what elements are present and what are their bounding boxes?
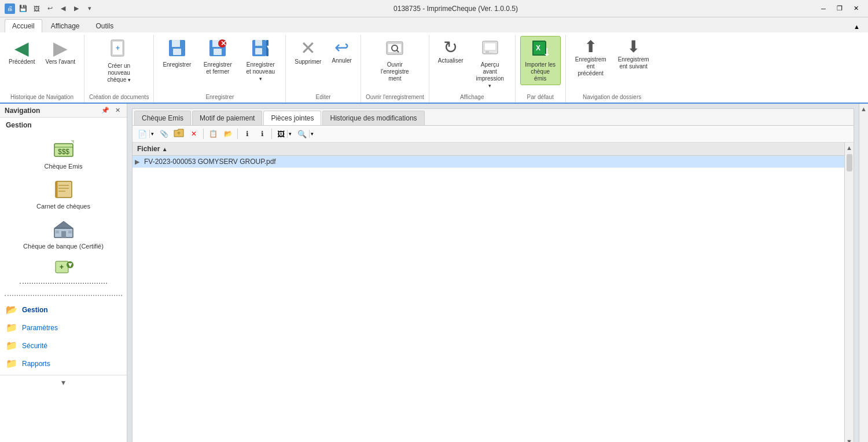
ribbon-collapse-button[interactable]: ▲ <box>850 21 863 32</box>
sidebar: Navigation 📌 ✕ Gestion $$$ Chèque Emis <box>0 104 127 442</box>
btn-enr-suivant[interactable]: ⬇ Enregistrement suivant <box>613 36 654 73</box>
btn-creer[interactable]: + Créer un nouveau chèque ▾ <box>96 36 142 86</box>
qat-more[interactable]: ▾ <box>84 3 95 14</box>
sidebar-item-cheque-emis[interactable]: $$$ Chèque Emis <box>2 136 124 174</box>
svg-text:✕: ✕ <box>220 39 226 48</box>
scrollbar-right: ▲ ▼ <box>844 143 854 442</box>
sidebar-controls: 📌 ✕ <box>100 106 122 115</box>
sidebar-header: Navigation 📌 ✕ <box>0 104 127 118</box>
tab-accueil[interactable]: Accueil <box>5 19 42 32</box>
tab-outils[interactable]: Outils <box>89 19 122 32</box>
sidebar-folder-gestion[interactable]: 📂 Gestion <box>0 301 127 319</box>
verslavant-label: Vers l'avant <box>46 59 75 65</box>
sidebar-item-carnet[interactable]: Carnet de chèques <box>2 176 124 214</box>
sort-icon[interactable]: ▲ <box>162 146 168 152</box>
btn-actualiser[interactable]: ↻ Actualiser <box>434 36 468 67</box>
sidebar-item-add[interactable]: + ▾ <box>2 256 124 288</box>
sidebar-close-button[interactable]: ✕ <box>113 106 122 115</box>
creer-icon: + <box>109 39 130 61</box>
sidebar-folder-parametres[interactable]: 📁 Paramètres <box>0 319 127 337</box>
search-arrow-icon: ▾ <box>309 130 315 138</box>
importer-icon: X <box>531 39 550 60</box>
preview-icon: 🖼 <box>275 129 287 140</box>
toolbar-new-doc-button[interactable]: 📄 ▾ <box>135 128 156 140</box>
tab-cheque-emis[interactable]: Chèque Emis <box>134 111 191 125</box>
tab-historique[interactable]: Historique des modifications <box>322 111 424 125</box>
toolbar-info2-button[interactable]: ℹ <box>255 127 269 140</box>
qat-back[interactable]: ◀ <box>57 3 69 14</box>
btn-enr-precedent[interactable]: ⬆ Enregistrement précédent <box>571 36 611 80</box>
toolbar-search-button[interactable]: 🔍 ▾ <box>295 128 315 140</box>
enregistrer-fermer-icon: ✕ <box>208 39 227 60</box>
qat-img[interactable]: 🖼 <box>31 3 42 14</box>
svg-marker-40 <box>54 221 73 228</box>
sidebar-scroll-down-button[interactable]: ▾ <box>0 377 127 388</box>
content-area: Navigation 📌 ✕ Gestion $$$ Chèque Emis <box>0 104 868 442</box>
toolbar-separator-2 <box>237 129 238 139</box>
carnet-label: Carnet de chèques <box>36 203 90 210</box>
group-ouvrir: Ouvrir l'enregistrement Ouvrir l'enregis… <box>361 35 429 103</box>
actualiser-label: Actualiser <box>438 57 464 64</box>
btn-annuler[interactable]: ↩ Annuler <box>328 36 355 67</box>
svg-rect-4 <box>172 40 180 47</box>
sidebar-folder-rapports[interactable]: 📁 Rapports <box>0 355 127 372</box>
enregistrer-nouveau-label: Enregistrer et nouveau ▾ <box>244 61 277 82</box>
group-historique: ◀ Précédent ▶ Vers l'avant Historique de… <box>0 35 84 103</box>
sidebar-item-cheque-banque[interactable]: Chèque de banque (Certifié) <box>2 216 124 254</box>
qat-fwd[interactable]: ▶ <box>71 3 82 14</box>
btn-importer[interactable]: X Importer les chèque émis <box>520 36 561 85</box>
svg-rect-5 <box>173 49 181 55</box>
tab-pieces-jointes[interactable]: Pièces jointes <box>263 111 321 125</box>
folder-securite-label: Sécurité <box>22 342 47 350</box>
row-expand-icon[interactable]: ▶ <box>135 158 144 166</box>
close-button[interactable]: ✕ <box>848 2 863 15</box>
toolbar-open-folder-button[interactable]: 📂 <box>221 127 235 140</box>
minimize-button[interactable]: ─ <box>816 2 831 15</box>
folder-rapports-label: Rapports <box>22 360 50 368</box>
tab-motif-paiement[interactable]: Motif de paiement <box>192 111 262 125</box>
qat-undo[interactable]: ↩ <box>44 3 56 14</box>
scroll-thumb[interactable] <box>847 154 852 171</box>
qat-save[interactable]: 💾 <box>17 3 29 14</box>
main-scroll-up-button[interactable]: ▲ <box>859 104 868 114</box>
toolbar-delete-button[interactable]: ✕ <box>187 127 201 140</box>
toolbar-new-folder-button[interactable]: + <box>172 127 186 140</box>
sidebar-pin-button[interactable]: 📌 <box>100 106 111 115</box>
svg-rect-8 <box>214 49 222 55</box>
tab-affichage[interactable]: Affichage <box>43 19 87 32</box>
toolbar-info-button[interactable]: ℹ <box>240 127 254 140</box>
sidebar-folder-items: 📂 Gestion 📁 Paramètres 📁 Sécurité 📁 Rapp… <box>0 298 127 375</box>
scroll-up-button[interactable]: ▲ <box>844 143 854 153</box>
group-historique-content: ◀ Précédent ▶ Vers l'avant <box>5 36 79 92</box>
btn-enregistrer[interactable]: Enregistrer <box>159 36 195 71</box>
btn-enregistrer-nouveau[interactable]: ▾ Enregistrer et nouveau ▾ <box>240 36 281 85</box>
supprimer-icon: ✕ <box>300 39 316 57</box>
svg-text:$$$: $$$ <box>58 148 69 156</box>
group-navdossiers-content: ⬆ Enregistrement précédent ⬇ Enregistrem… <box>571 36 654 92</box>
sidebar-folder-securite[interactable]: 📁 Sécurité <box>0 337 127 355</box>
svg-rect-13 <box>255 48 262 54</box>
toolbar-copy-button[interactable]: 📋 <box>206 127 220 140</box>
svg-rect-34 <box>56 181 72 198</box>
btn-precedent[interactable]: ◀ Précédent <box>5 36 39 68</box>
file-row[interactable]: ▶ FV-2023-000053 GOMYSERV GROUP.pdf <box>133 156 844 168</box>
btn-supprimer[interactable]: ✕ Supprimer <box>290 36 325 68</box>
btn-verslavant[interactable]: ▶ Vers l'avant <box>42 36 79 68</box>
toolbar-preview-button[interactable]: 🖼 ▾ <box>274 128 293 140</box>
sidebar-divider <box>5 295 122 296</box>
btn-apercu[interactable]: Aperçu avant impression ▾ <box>470 36 510 92</box>
group-navdossiers: ⬆ Enregistrement précédent ⬇ Enregistrem… <box>566 35 659 103</box>
title-bar: 🖨 💾 🖼 ↩ ◀ ▶ ▾ 0138735 - ImprimeCheque (V… <box>0 0 868 17</box>
apercu-label: Aperçu avant impression ▾ <box>474 61 506 89</box>
creer-label: Créer un nouveau chèque ▾ <box>100 63 138 83</box>
file-list: ▶ FV-2023-000053 GOMYSERV GROUP.pdf <box>133 156 844 442</box>
restore-button[interactable]: ❐ <box>832 2 847 15</box>
group-pardefaut-label: Par défaut <box>520 92 561 103</box>
btn-enregistrer-fermer[interactable]: ✕ Enregistrer et fermer <box>197 36 238 78</box>
window-controls: ─ ❐ ✕ <box>816 2 863 15</box>
search-icon: 🔍 <box>295 129 309 140</box>
ouvrir-icon <box>385 39 404 60</box>
toolbar-attach-button[interactable]: 📎 <box>157 127 171 140</box>
btn-ouvrir[interactable]: Ouvrir l'enregistrement <box>374 36 415 85</box>
scroll-down-button[interactable]: ▼ <box>844 436 854 442</box>
